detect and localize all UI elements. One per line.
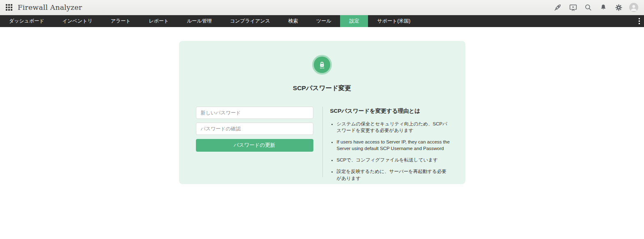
- nav-item-inventory[interactable]: インベントリ: [53, 15, 102, 27]
- confirm-password-input[interactable]: [196, 123, 313, 135]
- app-header: Firewall Analyzer: [0, 0, 644, 15]
- page-title: SCPパスワード変更: [179, 84, 465, 93]
- presentation-icon[interactable]: [568, 3, 577, 12]
- rocket-icon[interactable]: [553, 3, 562, 12]
- password-form: パスワードの更新: [196, 107, 313, 152]
- info-bullet: システムの保全とセキュリティ向上のため、SCPパスワードを変更する必要があります: [337, 121, 451, 134]
- kebab-menu-icon[interactable]: [637, 15, 642, 27]
- header-icon-row: [553, 3, 640, 12]
- new-password-input[interactable]: [196, 107, 313, 119]
- nav-item-tools[interactable]: ツール: [307, 15, 340, 27]
- update-password-button[interactable]: パスワードの更新: [196, 139, 313, 152]
- main-nav: ダッシュボード インベントリ アラート レポート ルール管理 コンプライアンス …: [0, 15, 644, 27]
- password-lock-icon: [314, 57, 330, 73]
- card-body: パスワードの更新 SCPパスワードを変更する理由とは システムの保全とセキュリテ…: [179, 107, 465, 187]
- nav-item-dashboard[interactable]: ダッシュボード: [0, 15, 53, 27]
- info-bullet: SCPで、コンフィグファイルを転送しています: [337, 157, 451, 163]
- gear-icon[interactable]: [614, 3, 623, 12]
- scp-password-card: SCPパスワード変更 パスワードの更新 SCPパスワードを変更する理由とは シス…: [179, 41, 465, 184]
- bell-icon[interactable]: [599, 3, 608, 12]
- apps-grid-icon[interactable]: [6, 4, 12, 11]
- search-icon[interactable]: [584, 3, 593, 12]
- nav-item-support[interactable]: サポート(米国): [368, 15, 419, 27]
- main-content: SCPパスワード変更 パスワードの更新 SCPパスワードを変更する理由とは シス…: [0, 41, 644, 239]
- info-heading: SCPパスワードを変更する理由とは: [330, 107, 451, 115]
- nav-item-alerts[interactable]: アラート: [101, 15, 140, 27]
- info-bullet: If users have access to Server IP, they …: [337, 139, 451, 152]
- info-panel: SCPパスワードを変更する理由とは システムの保全とセキュリティ向上のため、SC…: [323, 107, 451, 187]
- user-avatar[interactable]: [629, 3, 638, 12]
- nav-item-compliance[interactable]: コンプライアンス: [221, 15, 279, 27]
- nav-item-settings[interactable]: 設定: [340, 15, 368, 27]
- info-bullet: 設定を反映するために、サーバーを再起動する必要があります: [337, 168, 451, 181]
- nav-item-reports[interactable]: レポート: [140, 15, 178, 27]
- nav-item-search[interactable]: 検索: [279, 15, 307, 27]
- app-title: Firewall Analyzer: [18, 3, 82, 11]
- info-bullet-list: システムの保全とセキュリティ向上のため、SCPパスワードを変更する必要があります…: [330, 121, 451, 182]
- nav-item-rule-mgmt[interactable]: ルール管理: [178, 15, 221, 27]
